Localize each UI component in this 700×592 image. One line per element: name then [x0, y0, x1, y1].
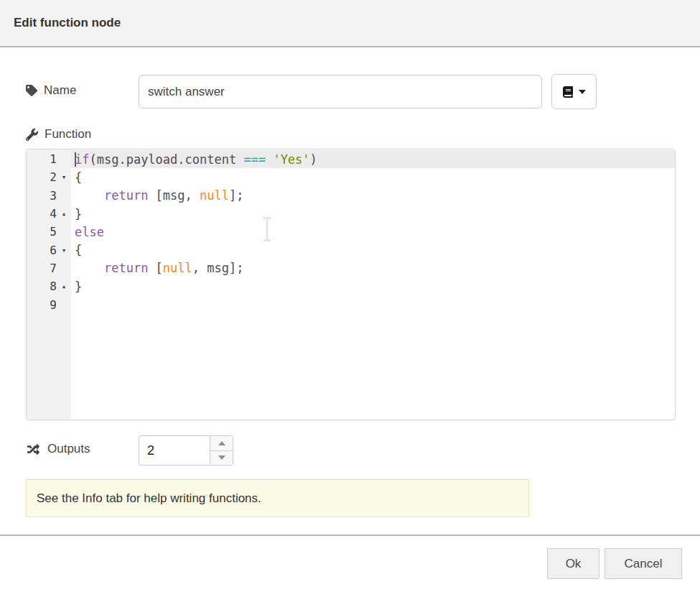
code-text: return [msg, null]; — [71, 187, 675, 205]
code-text: } — [71, 277, 675, 295]
function-code-editor[interactable]: 1if(msg.payload.content === 'Yes')2▾{3 r… — [26, 149, 676, 420]
code-text: else — [71, 223, 675, 241]
code-text: if(msg.payload.content === 'Yes') — [71, 150, 675, 168]
token-plain: } — [75, 207, 82, 221]
fold-open-icon[interactable]: ▾ — [57, 173, 71, 181]
gutter-cell: 7 — [27, 259, 71, 277]
line-number: 8 — [27, 279, 57, 293]
code-line[interactable]: 5else — [27, 223, 675, 241]
token-plain: { — [75, 170, 82, 185]
dialog-header: Edit function node — [0, 0, 700, 47]
line-number: 2 — [27, 170, 57, 184]
token-keyword: return — [104, 188, 148, 203]
token-plain — [75, 261, 104, 275]
line-number: 5 — [27, 225, 57, 239]
fold-open-icon[interactable]: ▾ — [57, 246, 71, 254]
gutter-cell: 4▴ — [27, 205, 71, 223]
token-plain: [ — [148, 261, 162, 275]
edit-function-node-dialog: Edit function node Name Function 1if(msg… — [0, 0, 700, 592]
spinner-buttons — [210, 436, 233, 465]
dialog-title: Edit function node — [14, 16, 121, 30]
gutter-cell: 8▴ — [27, 277, 71, 295]
code-line[interactable]: 1if(msg.payload.content === 'Yes') — [27, 150, 675, 168]
name-label: Name — [26, 83, 76, 98]
name-label-text: Name — [44, 83, 76, 98]
line-number: 4 — [27, 207, 57, 221]
editor-lines: 1if(msg.payload.content === 'Yes')2▾{3 r… — [27, 150, 675, 314]
line-number: 1 — [27, 152, 57, 166]
token-plain: } — [75, 279, 82, 294]
token-plain: { — [75, 243, 82, 257]
code-text: } — [71, 205, 675, 223]
code-text — [71, 295, 675, 313]
line-number: 7 — [27, 262, 57, 275]
gutter-cell: 2▾ — [27, 168, 71, 186]
spinner-down-button[interactable] — [210, 451, 233, 466]
outputs-input[interactable] — [139, 436, 210, 465]
spinner-up-button[interactable] — [210, 436, 233, 451]
token-plain: (msg.payload.content — [89, 152, 243, 167]
function-label: Function — [26, 127, 91, 142]
code-line[interactable]: 6▾{ — [27, 241, 675, 259]
token-plain: , msg]; — [192, 261, 244, 275]
token-operator: === — [243, 152, 266, 167]
wrench-icon — [26, 129, 38, 141]
gutter-cell: 9 — [27, 295, 71, 313]
fold-close-icon[interactable]: ▴ — [57, 210, 71, 218]
line-number: 9 — [27, 298, 57, 312]
code-text: return [null, msg]; — [71, 259, 675, 277]
line-number: 6 — [27, 244, 57, 257]
code-text: { — [71, 168, 675, 186]
code-line[interactable]: 4▴} — [27, 205, 675, 223]
line-number: 3 — [27, 189, 57, 203]
gutter-cell: 1 — [27, 150, 71, 168]
token-plain — [75, 188, 104, 203]
token-plain: ]; — [229, 188, 243, 203]
form-tip: See the Info tab for help writing functi… — [26, 479, 529, 517]
token-string: 'Yes' — [273, 152, 309, 167]
code-text: { — [71, 241, 675, 259]
gutter-cell: 6▾ — [27, 241, 71, 259]
function-label-text: Function — [45, 127, 91, 142]
caret-down-icon — [218, 455, 225, 460]
code-line[interactable]: 8▴} — [27, 277, 675, 295]
library-button[interactable] — [551, 74, 597, 109]
code-line[interactable]: 3 return [msg, null]; — [27, 187, 675, 205]
name-input[interactable] — [139, 75, 542, 108]
tag-icon — [26, 85, 37, 96]
token-keyword: if — [75, 152, 89, 167]
fold-close-icon[interactable]: ▴ — [57, 282, 71, 290]
token-keyword: return — [104, 261, 148, 275]
caret-up-icon — [218, 441, 225, 445]
shuffle-icon — [26, 443, 41, 455]
code-line[interactable]: 2▾{ — [27, 168, 675, 186]
code-line[interactable]: 9 — [27, 295, 675, 313]
footer-divider — [0, 535, 700, 536]
outputs-label-text: Outputs — [47, 442, 90, 456]
cancel-button[interactable]: Cancel — [605, 548, 682, 579]
caret-down-icon — [579, 90, 586, 94]
ok-button[interactable]: Ok — [547, 548, 599, 579]
token-keyword: else — [75, 225, 104, 239]
token-constant: null — [163, 261, 192, 275]
outputs-spinner — [139, 435, 233, 466]
token-plain: ) — [310, 152, 317, 167]
token-constant: null — [200, 188, 229, 203]
token-plain: [msg, — [148, 188, 200, 203]
gutter-cell: 3 — [27, 187, 71, 205]
form-tip-text: See the Info tab for help writing functi… — [37, 491, 261, 506]
outputs-label: Outputs — [26, 442, 90, 456]
code-line[interactable]: 7 return [null, msg]; — [27, 259, 675, 277]
token-plain — [266, 152, 273, 167]
gutter-cell: 5 — [27, 223, 71, 241]
book-icon — [562, 86, 574, 98]
